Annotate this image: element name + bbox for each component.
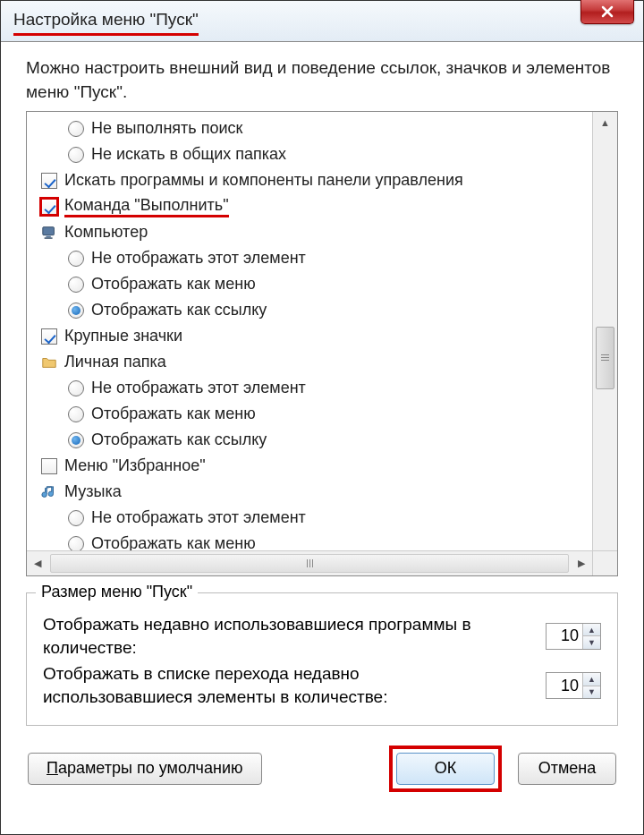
group-title: Размер меню "Пуск" (36, 583, 198, 601)
option-row[interactable]: Не отображать этот элемент (32, 245, 592, 271)
option-label: Отображать как ссылку (91, 430, 267, 449)
radio[interactable] (66, 275, 86, 294)
radio[interactable] (66, 249, 86, 268)
radio[interactable] (66, 534, 86, 551)
option-label: Не выполнять поиск (91, 119, 242, 138)
option-label: Меню "Избранное" (64, 456, 206, 475)
scroll-corner (592, 550, 617, 575)
button-row: Параметры по умолчанию ОК Отмена (26, 746, 618, 792)
recent-programs-input[interactable] (547, 624, 582, 649)
close-button[interactable] (580, 0, 634, 24)
spin-down-icon[interactable]: ▼ (583, 636, 600, 649)
option-label: Не отображать этот элемент (91, 249, 306, 268)
radio[interactable] (66, 301, 86, 320)
radio[interactable] (66, 508, 86, 528)
option-row[interactable]: Не отображать этот элемент (32, 375, 592, 401)
radio[interactable] (66, 405, 86, 424)
option-row[interactable]: Отображать как меню (32, 531, 592, 550)
option-label: Крупные значки (64, 327, 182, 345)
option-row[interactable]: Музыка (32, 479, 592, 505)
titlebar[interactable]: Настройка меню "Пуск" (1, 1, 643, 42)
option-label: Отображать как ссылку (91, 301, 267, 320)
radio[interactable] (66, 119, 86, 139)
recent-programs-spinner[interactable]: ▲ ▼ (546, 623, 601, 650)
checkbox[interactable] (39, 171, 59, 191)
spin-down-icon[interactable]: ▼ (583, 686, 600, 699)
option-row[interactable]: Не искать в общих папках (32, 141, 592, 167)
options-list[interactable]: Не выполнять поискНе искать в общих папк… (27, 112, 592, 550)
defaults-button[interactable]: Параметры по умолчанию (28, 753, 262, 785)
option-row[interactable]: Искать программы и компоненты панели упр… (32, 167, 592, 193)
jumplist-input[interactable] (547, 673, 582, 698)
option-label: Команда "Выполнить" (64, 196, 229, 217)
svg-rect-0 (43, 226, 55, 234)
checkbox[interactable] (39, 327, 59, 346)
horizontal-scrollbar[interactable]: ◀ ▶ (27, 550, 592, 575)
options-listbox: Не выполнять поискНе искать в общих папк… (26, 111, 618, 576)
radio[interactable] (66, 379, 86, 398)
cancel-button[interactable]: Отмена (518, 753, 616, 785)
description-text: Можно настроить внешний вид и поведение … (26, 56, 618, 104)
computer-icon (39, 223, 59, 243)
option-row[interactable]: Отображать как ссылку (32, 297, 592, 323)
folder-icon (39, 353, 59, 372)
option-label: Не отображать этот элемент (91, 508, 306, 527)
hscroll-track[interactable] (50, 554, 569, 573)
radio[interactable] (66, 145, 86, 165)
music-icon (39, 482, 59, 502)
jumplist-label: Отображать в списке перехода недавно исп… (43, 662, 472, 708)
spin-up-icon[interactable]: ▲ (583, 673, 600, 686)
option-label: Не искать в общих папках (91, 145, 286, 164)
ok-button[interactable]: ОК (396, 753, 495, 785)
svg-rect-2 (45, 237, 53, 238)
option-row[interactable]: Команда "Выполнить" (32, 193, 592, 219)
radio[interactable] (66, 430, 86, 450)
defaults-button-label: Параметры по умолчанию (47, 759, 243, 778)
option-row[interactable]: Не отображать этот элемент (32, 505, 592, 531)
spin-up-icon[interactable]: ▲ (583, 624, 600, 637)
option-row[interactable]: Не выполнять поиск (32, 115, 592, 141)
scroll-right-arrow-icon[interactable]: ▶ (571, 551, 592, 575)
recent-programs-label: Отображать недавно использовавшиеся прог… (43, 613, 472, 659)
close-icon (600, 4, 614, 19)
scroll-left-arrow-icon[interactable]: ◀ (27, 551, 48, 575)
ok-button-highlight: ОК (389, 746, 502, 792)
option-label: Искать программы и компоненты панели упр… (64, 171, 463, 190)
option-label: Отображать как меню (91, 534, 256, 550)
option-label: Отображать как меню (91, 275, 256, 294)
option-row[interactable]: Меню "Избранное" (32, 453, 592, 479)
checkbox[interactable] (39, 456, 59, 476)
option-label: Личная папка (64, 353, 166, 371)
option-row[interactable]: Личная папка (32, 349, 592, 375)
option-row[interactable]: Отображать как меню (32, 271, 592, 297)
checkbox[interactable] (39, 197, 59, 217)
option-label: Отображать как меню (91, 405, 256, 423)
option-row[interactable]: Отображать как меню (32, 401, 592, 427)
vertical-scrollbar[interactable]: ▲ (592, 112, 617, 550)
scroll-up-arrow-icon[interactable]: ▲ (593, 112, 617, 133)
scroll-thumb[interactable] (596, 327, 614, 389)
option-row[interactable]: Компьютер (32, 219, 592, 245)
jumplist-spinner[interactable]: ▲ ▼ (546, 672, 601, 699)
option-row[interactable]: Крупные значки (32, 323, 592, 349)
window-title: Настройка меню "Пуск" (13, 6, 199, 36)
svg-rect-1 (46, 235, 50, 237)
option-label: Компьютер (64, 223, 148, 242)
dialog-window: Настройка меню "Пуск" Можно настроить вн… (0, 0, 644, 835)
option-label: Музыка (64, 482, 122, 501)
option-row[interactable]: Отображать как ссылку (32, 427, 592, 453)
dialog-content: Можно настроить внешний вид и поведение … (1, 42, 643, 801)
option-label: Не отображать этот элемент (91, 379, 306, 397)
start-menu-size-group: Размер меню "Пуск" Отображать недавно ис… (26, 592, 618, 726)
